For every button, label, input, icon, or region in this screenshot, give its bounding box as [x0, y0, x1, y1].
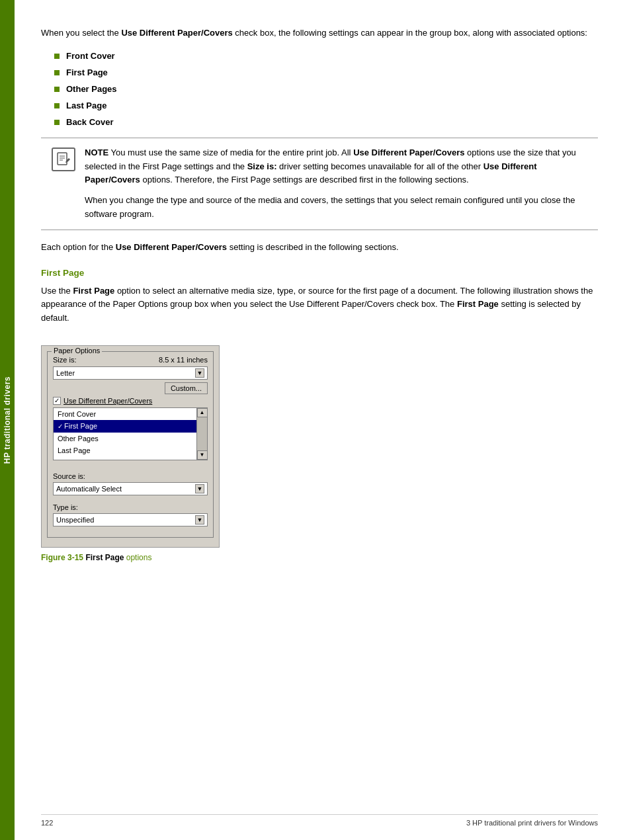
each-option-text1: Each option for the — [41, 242, 116, 252]
note-box: NOTE You must use the same size of media… — [41, 138, 598, 230]
caption-text: First Page — [85, 553, 124, 562]
bullet-icon-1 — [54, 54, 60, 59]
scroll-up-btn[interactable]: ▲ — [197, 408, 208, 417]
type-select-arrow[interactable]: ▼ — [195, 515, 204, 525]
each-option-text2: setting is described in the following se… — [227, 242, 398, 252]
type-label: Type is: — [53, 503, 208, 511]
bullet-label-5: Back Cover — [66, 117, 114, 127]
scroll-track — [197, 417, 207, 450]
bullet-label-2: First Page — [66, 67, 108, 77]
bullet-icon-2 — [54, 70, 60, 75]
caption-label: Figure 3-15 — [41, 553, 83, 562]
bullet-item-first-page: First Page — [54, 67, 598, 77]
bullet-label-4: Last Page — [66, 101, 106, 110]
caption-suffix: options — [124, 553, 151, 562]
type-section: Type is: Unspecified ▼ — [53, 501, 208, 532]
size-select[interactable]: Letter ▼ — [53, 366, 208, 380]
bullet-item-other-pages: Other Pages — [54, 84, 598, 94]
custom-button[interactable]: Custom... — [165, 382, 208, 394]
bullet-label-1: Front Cover — [66, 51, 115, 61]
size-row: Size is: 8.5 x 11 inches — [53, 356, 208, 364]
intro-text2: check box, the following settings can ap… — [233, 28, 587, 38]
svg-rect-0 — [58, 153, 67, 165]
listbox-items: Front Cover First Page Other Pages Last … — [54, 408, 196, 460]
intro-text1: When you select the — [41, 28, 121, 38]
source-select-arrow[interactable]: ▼ — [195, 484, 204, 493]
use-different-checkbox[interactable]: ✓ — [53, 397, 61, 405]
source-label: Source is: — [53, 472, 208, 480]
note-content: NOTE You must use the same size of media… — [85, 146, 587, 222]
footer-page-number: 122 — [41, 819, 53, 827]
bullet-icon-5 — [54, 120, 60, 125]
listbox-item-back-cover[interactable]: Back Cover — [54, 456, 196, 460]
dialog-box: Paper Options Size is: 8.5 x 11 inches L… — [41, 345, 220, 548]
source-select[interactable]: Automatically Select ▼ — [53, 482, 208, 495]
note-text1: You must use the same size of media for … — [85, 147, 576, 185]
checkbox-row: ✓ Use Different Paper/Covers — [53, 397, 208, 405]
note-icon — [52, 147, 75, 171]
each-option-bold: Use Different Paper/Covers — [116, 242, 227, 252]
figure-caption: Figure 3-15 First Page options — [41, 553, 220, 562]
bullet-icon-3 — [54, 87, 60, 92]
note-paragraph2: When you change the type and source of t… — [85, 194, 587, 222]
checkbox-label: Use Different Paper/Covers — [63, 397, 152, 405]
first-page-intro-paragraph: Use the First Page option to select an a… — [41, 284, 598, 325]
scroll-down-btn[interactable]: ▼ — [197, 450, 208, 460]
source-select-value: Automatically Select — [56, 485, 122, 493]
type-select[interactable]: Unspecified ▼ — [53, 513, 208, 526]
each-option-paragraph: Each option for the Use Different Paper/… — [41, 241, 598, 255]
listbox-scrollbar[interactable]: ▲ ▼ — [196, 408, 207, 460]
size-select-arrow[interactable]: ▼ — [195, 368, 204, 378]
bullet-icon-4 — [54, 103, 60, 108]
intro-paragraph: When you select the Use Different Paper/… — [41, 26, 598, 40]
side-tab-label: HP traditional drivers — [3, 376, 12, 464]
footer: 122 3 HP traditional print drivers for W… — [41, 814, 598, 827]
bullet-item-back-cover: Back Cover — [54, 117, 598, 127]
bullet-label-3: Other Pages — [66, 84, 117, 94]
bullet-list: Front Cover First Page Other Pages Last … — [54, 51, 598, 127]
bullet-item-last-page: Last Page — [54, 101, 598, 110]
source-section: Source is: Automatically Select ▼ — [53, 470, 208, 501]
group-title: Paper Options — [52, 347, 102, 355]
size-select-value: Letter — [56, 369, 75, 377]
footer-chapter: 3 HP traditional print drivers for Windo… — [466, 819, 598, 827]
type-select-value: Unspecified — [56, 516, 94, 524]
intro-bold1: Use Different Paper/Covers — [121, 28, 232, 38]
listbox-item-other-pages[interactable]: Other Pages — [54, 433, 196, 444]
main-content: When you select the Use Different Paper/… — [15, 0, 631, 840]
paper-options-group: Paper Options Size is: 8.5 x 11 inches L… — [47, 351, 214, 538]
listbox-item-first-page[interactable]: First Page — [54, 420, 196, 433]
size-label: Size is: — [53, 356, 76, 364]
figure-container: Paper Options Size is: 8.5 x 11 inches L… — [41, 345, 220, 562]
listbox-item-last-page[interactable]: Last Page — [54, 444, 196, 456]
listbox-item-front-cover[interactable]: Front Cover — [54, 408, 196, 420]
bullet-item-front-cover: Front Cover — [54, 51, 598, 61]
size-value: 8.5 x 11 inches — [159, 356, 208, 364]
pages-listbox[interactable]: Front Cover First Page Other Pages Last … — [53, 407, 208, 460]
side-tab: HP traditional drivers — [0, 0, 15, 840]
section-heading-first-page: First Page — [41, 268, 598, 278]
note-title: NOTE — [85, 147, 108, 157]
